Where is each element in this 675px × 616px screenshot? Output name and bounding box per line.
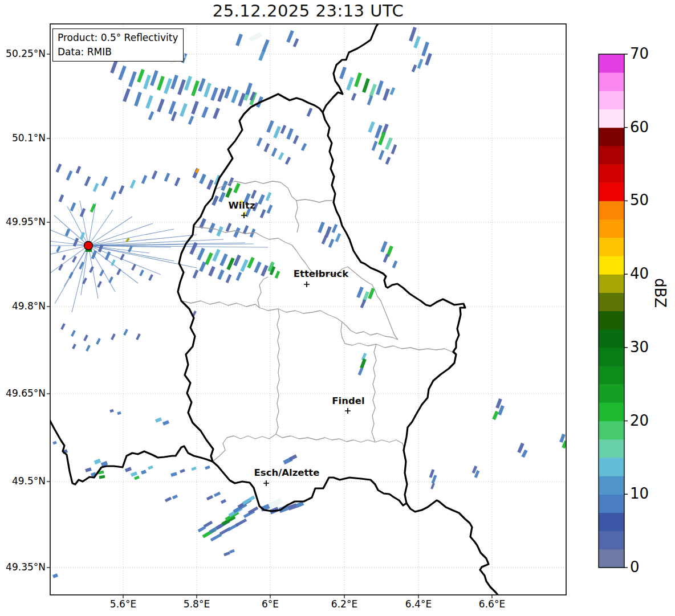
radar-echo [99, 476, 105, 478]
radar-echo [84, 335, 87, 341]
radar-echo [147, 96, 152, 108]
radar-echo [288, 129, 292, 139]
radar-echo [380, 132, 384, 145]
colorbar-segment [599, 128, 624, 146]
x-axis-tick-label: 6.6°E [466, 598, 518, 610]
radar-echo [152, 71, 157, 85]
radar-echo [214, 493, 220, 496]
radar-echo [475, 471, 478, 478]
radar-echo [136, 92, 140, 106]
radar-echo [258, 138, 261, 146]
radar-echo [74, 238, 78, 246]
radar-echo [148, 467, 153, 468]
radar-echo [94, 183, 97, 191]
radar-echo [73, 344, 75, 349]
radar-echo [112, 60, 116, 73]
colorbar-segment [599, 164, 624, 183]
radar-echo [173, 496, 177, 498]
radar-echo [236, 520, 246, 525]
colorbar-tick-label: 60 [630, 119, 649, 136]
colorbar-tick-label: 50 [630, 191, 649, 209]
radar-echo [172, 112, 176, 121]
radar-echo [86, 469, 91, 471]
radar-echo [368, 96, 372, 105]
radar-echo [286, 157, 290, 164]
radar-echo [201, 219, 205, 228]
radar-echo [263, 40, 268, 51]
colorbar-segment [599, 182, 624, 201]
radar-echo [158, 76, 163, 90]
colorbar-segment [599, 494, 624, 513]
y-axis-tick-label: 49.95°N [0, 216, 46, 227]
radar-echo [237, 34, 241, 46]
canton-border [181, 277, 268, 308]
radar-echo [371, 84, 375, 97]
radar-echo [499, 406, 503, 415]
y-axis-tick-label: 49.65°N [0, 387, 46, 399]
radar-echo [523, 450, 526, 457]
colorbar-segment [599, 109, 624, 128]
radar-echo [165, 498, 171, 501]
radar-echo [211, 535, 221, 540]
radar-echo [212, 88, 217, 100]
colorbar-segment [599, 292, 624, 311]
radar-echo [198, 527, 205, 531]
radar-echo [323, 236, 326, 244]
radar-echo [112, 334, 115, 340]
radar-map-plot [0, 0, 675, 616]
radar-echo [179, 80, 184, 95]
radar-echo [189, 116, 193, 124]
y-axis-tick-label: 49.35°N [0, 561, 46, 573]
radar-echo [172, 75, 177, 89]
colorbar-segment [599, 384, 624, 403]
radar-echo [98, 282, 101, 287]
radar-echo [163, 422, 169, 424]
radar-echo [193, 81, 198, 96]
x-axis-tick-label: 6.2°E [319, 598, 370, 610]
radar-echo [237, 272, 241, 280]
radar-echo [224, 553, 230, 555]
colorbar-segment [599, 512, 624, 531]
radar-echo [249, 258, 253, 268]
data-source-line: Data: RMIB [58, 45, 178, 59]
radar-echo [120, 186, 123, 194]
city-marker-esch-alzette [263, 480, 269, 486]
radar-echo [60, 195, 63, 202]
colorbar-segment [599, 348, 624, 366]
radar-echo [205, 467, 210, 468]
colorbar-segment [599, 91, 624, 109]
colorbar-segment [599, 72, 624, 91]
colorbar-segment [599, 531, 624, 550]
y-axis-tick-label: 50.1°N [0, 132, 46, 144]
radar-echo [433, 475, 436, 483]
colorbar-segment [599, 256, 624, 275]
radar-echo [77, 166, 80, 173]
radar-echo [415, 36, 419, 48]
radar-echo [369, 122, 373, 132]
radar-echo [139, 70, 143, 82]
radar-echo [235, 255, 239, 266]
canton-border [259, 308, 398, 340]
radar-echo [207, 496, 213, 499]
radar-echo [71, 203, 75, 211]
radar-echo [384, 254, 388, 262]
radar-echo [117, 269, 120, 275]
colorbar-unit-label: dBZ [652, 278, 669, 308]
radar-echo [244, 226, 247, 234]
radar-echo [112, 260, 115, 266]
radar-echo [376, 125, 381, 138]
city-label-ettelbruck: Ettelbruck [264, 268, 378, 279]
radar-echo [132, 264, 135, 270]
colorbar-tick-label: 30 [630, 338, 649, 356]
radar-echo [260, 50, 264, 60]
radar-echo [384, 89, 388, 100]
radar-echo [62, 324, 64, 329]
radar-echo [294, 39, 298, 47]
radar-echo [233, 90, 237, 103]
radar-echo [97, 338, 100, 344]
radar-echo [319, 222, 323, 232]
radar-echo [235, 228, 239, 237]
radar-echo [141, 471, 146, 473]
radar-echo [227, 188, 231, 197]
x-axis-tick-label: 6°E [245, 598, 296, 610]
